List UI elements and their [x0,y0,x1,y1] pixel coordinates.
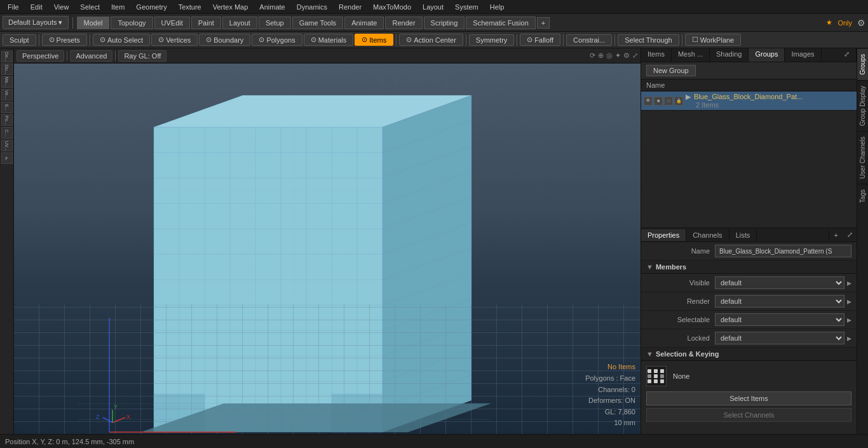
layout-tab-model[interactable]: Model [77,17,110,29]
tool-presets[interactable]: ⊙ Presets [42,34,87,46]
group-item[interactable]: 👁 ■ □ 🔒 ▶ Blue_Glass_Block_Diamond_Pat..… [641,92,857,111]
add-tab-button[interactable]: + [829,230,843,240]
menu-maxtomodo[interactable]: MaxToModo [368,2,416,12]
floor-grid [14,304,641,434]
group-eye-icon[interactable]: 👁 [644,97,653,105]
sidebar-tool-edge[interactable]: E... [1,102,13,113]
selectable-arrow-icon[interactable]: ▸ [847,315,851,325]
expand-panel-btn[interactable]: ⤢ [837,48,857,62]
expand-props-button[interactable]: ⤢ [843,229,857,240]
add-layout-button[interactable]: + [537,17,550,29]
tool-materials[interactable]: ⊙ Materials [304,34,354,46]
vtab-group-display[interactable]: Group Display [857,80,868,131]
tool-falloff[interactable]: ⊙ Falloff [520,34,560,46]
name-input[interactable] [715,245,851,257]
menu-item[interactable]: Item [106,2,130,12]
layout-tab-schematic[interactable]: Schematic Fusion [466,17,535,29]
vtab-user-channels[interactable]: User Channels [857,131,868,184]
layout-tab-layout[interactable]: Layout [222,17,257,29]
menu-render[interactable]: Render [334,2,367,12]
menu-texture[interactable]: Texture [173,2,207,12]
menu-select[interactable]: Select [75,2,105,12]
menu-file[interactable]: File [3,2,24,12]
menu-vertex-map[interactable]: Vertex Map [208,2,254,12]
menu-edit[interactable]: Edit [25,2,48,12]
sidebar-tool-mesh[interactable]: Me... [1,76,13,88]
viewport-ray-gl-btn[interactable]: Ray GL: Off [118,50,166,62]
viewport-icon-settings[interactable]: ⚙ [623,51,630,60]
sidebar-tool-color[interactable]: C... [1,127,13,139]
selectable-select[interactable]: default [715,313,844,326]
layout-tab-topology[interactable]: Topology [111,17,153,29]
viewport-icon-camera[interactable]: ◎ [606,51,613,60]
tool-action-center[interactable]: ⊙ Action Center [399,34,463,46]
vtab-tags[interactable]: Tags [857,184,868,208]
visible-select[interactable]: default [715,276,844,289]
layout-tab-setup[interactable]: Setup [259,17,291,29]
sidebar-tool-deform[interactable]: De... [1,51,13,62]
tool-auto-select[interactable]: ⊙ Auto Select [93,34,150,46]
tab-properties[interactable]: Properties [641,229,686,241]
layout-dropdown[interactable]: Default Layouts ▾ [3,16,69,29]
layout-tab-paint[interactable]: Paint [191,17,221,29]
new-group-button[interactable]: New Group [646,65,696,76]
locked-arrow-icon[interactable]: ▸ [847,333,851,343]
render-arrow-icon[interactable]: ▸ [847,296,851,306]
viewport-advanced-btn[interactable]: Advanced [70,50,112,62]
group-lock-icon[interactable]: 🔒 [674,97,683,105]
settings-icon[interactable]: ⚙ [857,18,865,28]
star-only-toggle[interactable]: ★ Only ⚙ [826,18,865,28]
visible-arrow-icon[interactable]: ▸ [847,278,851,288]
tool-sculpt[interactable]: Sculpt [3,34,36,46]
group-select-icon[interactable]: □ [664,97,673,105]
tab-lists[interactable]: Lists [729,229,757,241]
sel-keying-section-header[interactable]: ▼ Selection & Keying [641,348,857,361]
viewport-icon-expand[interactable]: ⤢ [632,51,638,60]
menu-layout[interactable]: Layout [417,2,449,12]
layout-tab-render[interactable]: Render [385,17,422,29]
menu-view[interactable]: View [49,2,74,12]
members-section-header[interactable]: ▼ Members [641,261,857,274]
sidebar-tool-vert[interactable]: Ve... [1,89,13,100]
tab-shading[interactable]: Shading [710,48,749,62]
layout-tab-scripting[interactable]: Scripting [424,17,465,29]
sidebar-tool-uv[interactable]: UV... [1,140,13,151]
select-channels-button[interactable]: Select Channels [646,408,851,422]
tab-items[interactable]: Items [641,48,672,62]
viewport-icon-zoom[interactable]: ⊕ [598,51,604,60]
viewport-icon-render[interactable]: ✦ [615,51,621,60]
vtab-groups[interactable]: Groups [857,48,868,80]
menu-geometry[interactable]: Geometry [131,2,172,12]
sidebar-tool-dup[interactable]: Du... [1,64,13,75]
menu-system[interactable]: System [450,2,484,12]
tab-groups[interactable]: Groups [749,48,785,62]
sidebar-tool-poly[interactable]: Po... [1,114,13,126]
render-select[interactable]: default [715,295,844,308]
tool-select-through[interactable]: Select Through [618,34,679,46]
tool-workplane[interactable]: ☐ WorkPlane [685,34,742,46]
menu-dynamics[interactable]: Dynamics [292,2,332,12]
viewport[interactable]: Perspective Advanced Ray GL: Off ⟳ ⊕ ◎ ✦… [14,48,641,434]
locked-select[interactable]: default [715,332,844,344]
layout-tab-uvedit[interactable]: UVEdit [154,17,190,29]
layout-tab-animate[interactable]: Animate [344,17,384,29]
properties-tabs: Properties Channels Lists + ⤢ [641,228,857,242]
menu-help[interactable]: Help [485,2,510,12]
tool-constraints[interactable]: Constrai... [566,34,612,46]
layout-tab-gametools[interactable]: Game Tools [292,17,344,29]
tool-boundary[interactable]: ⊙ Boundary [199,34,250,46]
sidebar-tool-f[interactable]: F [1,153,13,164]
group-render-icon[interactable]: ■ [654,97,663,105]
viewport-perspective-btn[interactable]: Perspective [17,50,64,62]
tool-items[interactable]: ⊙ Items [355,34,393,46]
select-items-button[interactable]: Select Items [646,391,851,405]
tool-symmetry[interactable]: Symmetry [469,34,515,46]
tab-mesh[interactable]: Mesh ... [672,48,710,62]
tool-vertices[interactable]: ⊙ Vertices [151,34,198,46]
tool-polygons[interactable]: ⊙ Polygons [252,34,302,46]
viewport-icon-rotate[interactable]: ⟳ [590,51,595,60]
selectable-prop-row: Selectable default ▸ [641,311,857,329]
menu-animate[interactable]: Animate [254,2,290,12]
tab-images[interactable]: Images [785,48,821,62]
tab-channels[interactable]: Channels [686,229,729,241]
